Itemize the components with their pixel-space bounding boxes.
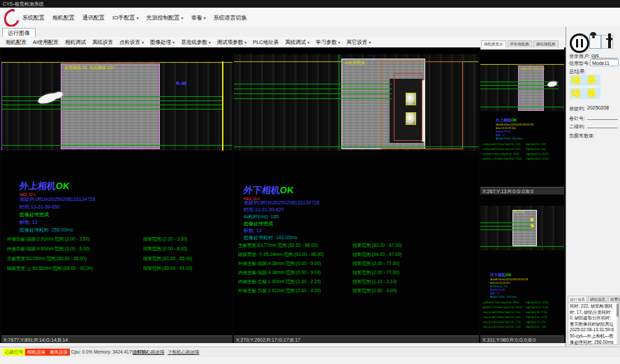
dropdown-caret-icon: [179, 15, 183, 21]
middle-red-roi: [394, 73, 422, 141]
middle-frames-line: 帧数: 13: [244, 227, 262, 235]
menu-label: 系统配置: [22, 15, 45, 21]
small-top-meas-row: 负极宽度:83.05mm 范围:(80.00 - 86.00)报警范围:(81.…: [482, 153, 563, 156]
info-tab-label: 运行信息: [570, 297, 585, 301]
small-top-info-done: 图像处理完成: [496, 130, 510, 134]
log-scrollbar[interactable]: [617, 303, 619, 344]
tool-spotcheck-settings[interactable]: 点检设置: [119, 39, 144, 46]
small-top-camera-status: OK: [511, 118, 517, 122]
small-bottom-meas-row: 隔膜宽度-下:95.24mm 范围:(93.00 - 98.00)报警范围:(9…: [482, 306, 563, 310]
tool-ai-usage[interactable]: AI使用配置: [33, 39, 59, 46]
status-bar: 心跳信号 相机连接 通讯连接 Cpu: 0.0% Memory: 3424.41…: [0, 347, 620, 357]
measure-warn: 报警范围:(0.00 - 8.00): [143, 246, 187, 252]
pause-button[interactable]: [570, 33, 589, 53]
measure-text: 内侧主极-隔膜:4.38mm 范围:(0.00 - 9.00): [238, 270, 320, 275]
small-bottom-camera-status: OK: [505, 273, 511, 277]
measure-warn: 报警范围:(1.10 - 2.10): [353, 279, 397, 285]
model-value[interactable]: Mode11: [590, 59, 619, 66]
mini-measure-text: 隔膜宽度-下:95.24mm 范围:(93.00 - 98.00): [482, 306, 522, 309]
mini-measure-warn: 报警范围:(0.60 - 4.00): [526, 326, 546, 329]
menu-label: 查看: [191, 15, 202, 21]
small-bottom-view[interactable]: AI检测图像 外下相机OK 底纹码:0ff1im2025020813313472…: [480, 195, 564, 335]
small-bottom-meas-row: 内侧主极-负极:1.90mm 范围:(1.00 - 2.20)报警范围:(1.1…: [482, 321, 563, 324]
tool-baseline-params[interactable]: 基准线参数: [181, 39, 211, 46]
code-label: 底纹码:: [569, 105, 585, 112]
menu-label: 相机配置: [52, 15, 75, 21]
middle-camera-panel[interactable]: AI检测图像 外下相机OK MES_ID:0 底纹码:0ff1im2025020…: [234, 47, 478, 335]
middle-camera-name: 外下相机: [243, 185, 281, 195]
mini-measure-text: 隔膜宽度-上:90.56mm 范围:(88.00 - 92.00): [482, 158, 522, 160]
mini-measure-warn: 报警范围:(1.10 - 2.10): [526, 321, 546, 324]
measure-warn: 报警范围:(0.60 - 4.00): [353, 288, 397, 294]
left-pixel-value-overlay: R:46: [176, 81, 186, 86]
left-camera-status: OK: [55, 181, 70, 191]
menu-item-io-config[interactable]: IO手配置: [112, 14, 138, 22]
tool-offline-debug[interactable]: 离线调试: [285, 39, 309, 46]
window-titlebar[interactable]: CYS-视觉检测系统: [0, 0, 620, 8]
tool-offline-settings[interactable]: 离线设置: [92, 39, 113, 46]
small-bottom-camera-name: 外下相机: [490, 273, 505, 277]
tool-test-params[interactable]: 测试项参数: [217, 39, 247, 46]
mini-measure-text: 外侧负极-隔膜:2.91mm 范围:(2.00 - 3.50): [482, 143, 521, 146]
middle-measure-row: 隔膜宽度-下:95.24mm 范围:(93.00 - 98.00)报警范围:(9…: [238, 252, 475, 261]
qr-value-underline[interactable]: [587, 128, 618, 128]
tool-label: 离线设置: [92, 39, 113, 45]
tool-other-settings[interactable]: 其它设置: [346, 39, 371, 46]
small-tab-camera-display[interactable]: 相机图显示: [481, 40, 506, 47]
small-top-view[interactable]: 灰度阈值:93, 动态阈值:100 外上相机OK 底纹码:0ff1im20250…: [480, 50, 564, 187]
pin-value-underline[interactable]: [587, 119, 618, 120]
middle-code-line: 底纹码:0ff1im20250208133134728: [244, 199, 319, 207]
middle-vertical-green-line: [339, 54, 339, 151]
logout-button[interactable]: [608, 35, 619, 47]
mini-measure-text: 外侧主极-负极:2.61mm 范围:(0.60 - 4.00): [482, 326, 521, 328]
left-measure-row: 内侧负极-隔膜:4.60mm 范围:(3.00 - 6.00)报警范围:(0.0…: [7, 246, 232, 255]
log-scrollbar-thumb[interactable]: [617, 304, 619, 317]
dropdown-caret-icon: [140, 39, 144, 45]
login-label: 登录用户:: [569, 53, 590, 60]
small-top-meas-row: 内侧负极-隔膜:4.60mm 范围:(3.00 - 6.00)报警范围:(0.0…: [482, 148, 563, 151]
menu-item-comm-config[interactable]: 通讯配置: [82, 14, 105, 22]
tab-run-image[interactable]: 运行图像: [2, 28, 36, 38]
menu-item-language-switch[interactable]: 系统语言切换: [214, 14, 247, 22]
menu-item-light-config[interactable]: 光源控制配置: [146, 14, 183, 22]
left-camera-name: 外上相机: [19, 181, 57, 191]
window-title: CYS-视觉检测系统: [3, 1, 44, 6]
middle-measure-row: 外侧主极-负极:2.61mm 范围:(0.60 - 4.00)报警范围:(0.6…: [238, 288, 475, 297]
left-camera-panel[interactable]: 灰度阈值:93, 动态阈值:100 R:46 外上相机OK MES_ID:1 底…: [1, 47, 232, 335]
small-bottom-info-ai: AI耗时(ms): 165: [490, 285, 508, 289]
run-log-area[interactable]: 耗时: 222, 缺陷检测耗时: 17, 缺陷分类耗时: 0, 缺陷提取分区耗时…: [568, 302, 619, 345]
small-bottom-image: AI检测图像: [480, 206, 564, 250]
tool-plc-address-table[interactable]: PLC地址表: [253, 39, 279, 46]
left-measure-row: 隔膜宽度-上:90.56mm 范围:(88.00 - 92.00)报警范围:(8…: [7, 266, 232, 275]
small-top-line-2: [480, 85, 559, 86]
dropdown-caret-icon: [243, 39, 246, 45]
middle-coords-bar: X:270;Y:2502;R:17;G:17;B:17: [234, 335, 479, 343]
login-value[interactable]: cys: [591, 53, 618, 59]
tool-items: 相机配置 AI使用配置 相机调试 离线设置 点检设置 图像处理 基准线参数 测试…: [6, 38, 371, 46]
middle-measure-line-2: [234, 89, 392, 89]
user-login-button[interactable]: [589, 35, 601, 49]
tool-label: 测试项参数: [217, 39, 244, 45]
small-bottom-overlay-text: AI检测图像: [514, 211, 524, 213]
comm-link-status-chip: 通讯连接: [47, 349, 70, 356]
small-tab-defect-cameras[interactable]: 缺陷相机图: [533, 40, 559, 47]
menu-item-system-config[interactable]: 系统配置: [22, 14, 45, 22]
menu-item-camera-config[interactable]: 相机配置: [52, 14, 75, 22]
small-top-info-time: 时间:13-31-59-650: [496, 127, 516, 130]
tool-camera-debug[interactable]: 相机调试: [65, 39, 86, 46]
tool-learning-params[interactable]: 学习参数: [316, 39, 340, 46]
small-top-coords-text: X:267;Y:13;R:0;G:0;B:0: [482, 189, 533, 194]
run-log-text: 耗时: 222, 缺陷检测耗时: 17, 缺陷分类耗时: 0, 缺陷提取分区耗时…: [570, 303, 614, 344]
upper-camera-fault-text[interactable]: 上相机心跳故障: [133, 349, 165, 356]
measure-text: 隔膜宽度-下:95.24mm 范围:(93.00 - 98.00): [238, 252, 324, 257]
menu-label: 系统语言切换: [214, 15, 247, 21]
dropdown-caret-icon: [135, 15, 138, 21]
dropdown-caret-icon: [171, 39, 175, 45]
menu-item-view[interactable]: 查看: [191, 14, 205, 22]
small-tab-all-cameras[interactable]: 所有相机图: [508, 40, 533, 47]
lower-camera-fault-text[interactable]: 下相机心跳故障: [168, 349, 200, 356]
tool-camera-config[interactable]: 相机配置: [6, 39, 27, 46]
middle-done-line: 图像处理完成: [244, 220, 273, 228]
tool-image-processing[interactable]: 图像处理: [150, 39, 175, 46]
measure-warn: 报警范围:(2.00 - 77.00): [353, 270, 399, 276]
